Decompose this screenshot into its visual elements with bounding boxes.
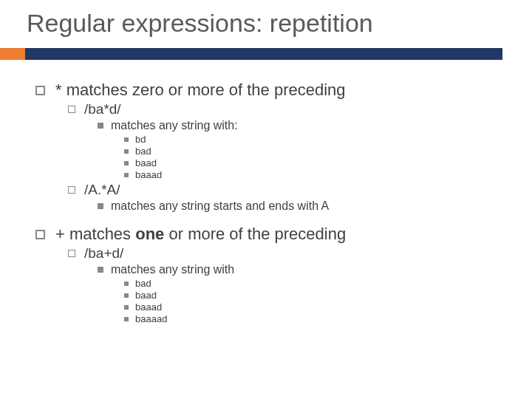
list-item: baaad	[124, 169, 502, 180]
text: + matches one or more of the preceding	[55, 225, 346, 244]
desc-row: matches any string starts and ends with …	[98, 200, 502, 213]
desc-row: matches any string with	[98, 263, 502, 276]
pattern-row: /ba*d/	[68, 101, 502, 117]
pattern-row: /A.*A/	[68, 182, 502, 198]
text: baaaad	[135, 313, 167, 324]
content-body: * matches zero or more of the preceding …	[0, 60, 532, 324]
pattern-row: /ba+d/	[68, 245, 502, 262]
accent-navy	[0, 48, 502, 60]
section-heading: + matches one or more of the preceding	[35, 225, 502, 244]
text: baad	[135, 290, 157, 301]
list-item: bad	[124, 278, 502, 289]
square-bullet-icon	[98, 203, 103, 209]
text: matches any string starts and ends with …	[111, 200, 329, 213]
text: baaad	[135, 301, 162, 313]
list-item: bad	[124, 146, 502, 157]
square-bullet-icon	[68, 186, 75, 194]
slide: Regular expressions: repetition * matche…	[0, 0, 532, 399]
text: /ba*d/	[84, 101, 121, 117]
square-bullet-icon	[124, 282, 129, 286]
accent-bar	[0, 48, 532, 60]
square-bullet-icon	[35, 230, 45, 239]
accent-orange	[0, 48, 25, 60]
text: matches any string with:	[111, 119, 238, 132]
list-item: bd	[124, 134, 502, 145]
t-bold: one	[135, 225, 164, 243]
square-bullet-icon	[124, 173, 129, 177]
square-bullet-icon	[98, 267, 103, 273]
slide-title: Regular expressions: repetition	[0, 0, 532, 48]
text: bd	[135, 134, 146, 145]
text: /ba+d/	[84, 245, 123, 262]
text: bad	[135, 278, 151, 289]
section-heading: * matches zero or more of the preceding	[35, 81, 502, 100]
square-bullet-icon	[124, 293, 129, 298]
text: bad	[135, 146, 151, 157]
list-item: baad	[124, 157, 502, 168]
text: baaad	[135, 169, 162, 180]
list-item: baad	[124, 290, 502, 301]
desc-row: matches any string with:	[98, 119, 502, 132]
square-bullet-icon	[68, 106, 75, 113]
list-item: baaad	[124, 301, 502, 313]
text: * matches zero or more of the preceding	[55, 81, 346, 100]
text: /A.*A/	[84, 182, 120, 198]
square-bullet-icon	[124, 317, 129, 321]
square-bullet-icon	[98, 123, 103, 129]
t-pre: + matches	[55, 225, 135, 243]
list-item: baaaad	[124, 313, 502, 324]
t-post: or more of the preceding	[164, 225, 346, 243]
square-bullet-icon	[124, 305, 129, 310]
square-bullet-icon	[35, 86, 45, 95]
square-bullet-icon	[124, 149, 129, 154]
text: matches any string with	[111, 263, 234, 276]
text: baad	[135, 157, 157, 168]
square-bullet-icon	[124, 137, 129, 142]
square-bullet-icon	[124, 161, 129, 166]
square-bullet-icon	[68, 250, 75, 257]
